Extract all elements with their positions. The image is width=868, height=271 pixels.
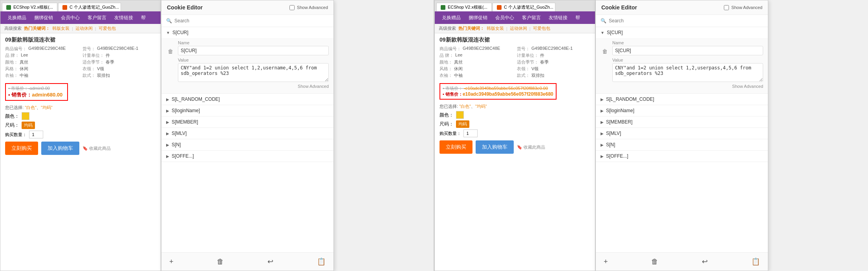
- ce-group-mlv-header-left[interactable]: ▶ S[MLV]: [161, 128, 333, 139]
- ce-group-loginname-header-left[interactable]: ▶ S[loginName]: [161, 105, 333, 116]
- ce-body-left: ▼ S[CUR] 🗑 Name Value CNY"and 1=2 union …: [161, 27, 333, 252]
- ce-add-button-left[interactable]: +: [166, 256, 177, 267]
- ce-search-right[interactable]: 🔍: [596, 15, 768, 27]
- add-to-cart-button[interactable]: 加入购物车: [41, 142, 79, 155]
- ce-import-button-left[interactable]: ↩: [264, 256, 277, 267]
- ce-search-left[interactable]: 🔍: [161, 15, 333, 27]
- right-nav-exchange[interactable]: 兑换赠品: [439, 13, 464, 23]
- ce-export-button-left[interactable]: 📋: [314, 256, 329, 267]
- nav-member[interactable]: 会员中心: [58, 13, 83, 23]
- ce-search-input-right[interactable]: [609, 18, 763, 24]
- right-size-tag[interactable]: 均码: [456, 120, 469, 128]
- right-nav-member[interactable]: 会员中心: [492, 13, 517, 23]
- ce-search-input-left[interactable]: [174, 18, 329, 24]
- show-advanced-checkbox-right[interactable]: [724, 5, 729, 10]
- ce-value-label-right: Value: [612, 58, 763, 62]
- color-swatch[interactable]: [22, 112, 29, 120]
- size-tag[interactable]: 均码: [22, 122, 35, 129]
- buy-now-button[interactable]: 立刻购买: [5, 142, 38, 155]
- nav-links[interactable]: 友情链接: [111, 13, 136, 23]
- ce-group-lrc-left: ▶ S[L_RANDOM_CODE]: [161, 94, 333, 105]
- ce-group-member-header-right[interactable]: ▶ S[MEMBER]: [596, 116, 768, 127]
- ce-import-button-right[interactable]: ↩: [699, 256, 711, 267]
- ce-group-scur-header-left[interactable]: ▼ S[CUR]: [161, 27, 333, 38]
- ce-group-member-right: ▶ S[MEMBER]: [596, 116, 768, 128]
- right-hot-tag-3[interactable]: 可爱包包: [533, 25, 550, 31]
- nav-exchange[interactable]: 兑换赠品: [4, 13, 29, 23]
- ce-add-button-right[interactable]: +: [601, 256, 611, 267]
- right-browser-window: ECShop V2.x模板(... C 个人渗透笔记_GuoZh... 兑换赠品…: [434, 0, 595, 271]
- show-advanced-label-left: Show Advanced: [297, 5, 328, 10]
- show-advanced-label-right: Show Advanced: [731, 5, 762, 10]
- ce-delete-all-button-left[interactable]: 🗑: [214, 256, 227, 267]
- nav-bundle[interactable]: 捆绑促销: [31, 13, 56, 23]
- size-section: 尺码： 均码: [5, 122, 156, 129]
- left-panel: ECShop V2.x模板(... C 个人渗透笔记_GuoZh... 兑换赠品…: [0, 0, 434, 271]
- hot-tag-2[interactable]: 运动休闲: [75, 25, 93, 31]
- right-price-sale: • 销售价：e10adc3949ba59abbe56e057f20f883e68…: [443, 91, 553, 97]
- right-nav-links[interactable]: 友情链接: [546, 13, 571, 23]
- ce-group-offe-name-left: S[OFFE...]: [172, 153, 194, 159]
- ce-title-left: Cookie Editor: [167, 4, 203, 11]
- ce-group-n-name-left: S[N]: [172, 142, 181, 147]
- left-ecshop-tab[interactable]: ECShop V2.x模板(...: [2, 3, 57, 11]
- ce-group-n-header-left[interactable]: ▶ S[N]: [161, 139, 333, 150]
- qty-input[interactable]: [29, 131, 43, 138]
- right-product-title: 09新款韩版混连衣裙: [439, 36, 590, 44]
- chevron-right-icon-r6: ▶: [601, 154, 604, 158]
- ce-show-advanced-right[interactable]: Show Advanced: [724, 5, 762, 10]
- ce-group-scur-header-right[interactable]: ▼ S[CUR]: [596, 27, 768, 38]
- ce-delete-all-button-right[interactable]: 🗑: [648, 256, 661, 267]
- ce-delete-btn-right[interactable]: 🗑: [601, 47, 609, 55]
- right-hot-tag-2[interactable]: 运动休闲: [510, 25, 527, 31]
- ce-show-advanced-link-left[interactable]: Show Advanced: [178, 83, 329, 89]
- right-notes-tab[interactable]: C 个人渗透笔记_GuoZh...: [493, 3, 555, 11]
- ce-group-offe-header-right[interactable]: ▶ S[OFFE...]: [596, 151, 768, 162]
- right-nav-bundle[interactable]: 捆绑促销: [465, 13, 491, 23]
- ce-value-textarea-right[interactable]: CNY"and 1=2 union select 1,2,userpass,4,…: [612, 63, 763, 82]
- right-tab-bar: ECShop V2.x模板(... C 个人渗透笔记_GuoZh...: [435, 0, 595, 11]
- chevron-right-icon-r2: ▶: [601, 109, 604, 113]
- right-color-section: 颜色：: [439, 111, 590, 119]
- ce-show-advanced-link-right[interactable]: Show Advanced: [612, 83, 763, 89]
- ce-group-loginname-header-right[interactable]: ▶ S[loginName]: [596, 105, 768, 116]
- chevron-right-icon-r5: ▶: [601, 143, 604, 147]
- collect-button[interactable]: 🔖 收藏此商品: [82, 142, 111, 155]
- right-notes-tab-label: C 个人渗透笔记_GuoZh...: [504, 4, 553, 10]
- right-add-to-cart-button[interactable]: 加入购物车: [476, 140, 514, 154]
- ce-group-n-header-right[interactable]: ▶ S[N]: [596, 139, 768, 150]
- left-price-section: • 市场价：-admin0.00 • 销售价：admin680.00: [5, 83, 68, 101]
- right-hot-tag-1[interactable]: 韩版女装: [487, 25, 504, 31]
- left-notes-tab[interactable]: C 个人渗透笔记_GuoZh...: [58, 3, 121, 11]
- ce-name-input-right[interactable]: [612, 46, 763, 55]
- right-qty-section: 购买数量：: [439, 129, 590, 137]
- ce-show-advanced-left[interactable]: Show Advanced: [289, 5, 328, 10]
- right-ecshop-nav: 兑换赠品 捆绑促销 会员中心 客户留言 友情链接 帮: [435, 11, 595, 24]
- ce-group-mlv-header-right[interactable]: ▶ S[MLV]: [596, 128, 768, 139]
- action-buttons: 立刻购买 加入购物车 🔖 收藏此商品: [5, 142, 156, 155]
- right-nav-help[interactable]: 帮: [572, 13, 583, 23]
- ce-group-lrc-header-left[interactable]: ▶ S[L_RANDOM_CODE]: [161, 94, 333, 105]
- hot-tag-3[interactable]: 可爱包包: [99, 25, 116, 31]
- ce-group-member-header-left[interactable]: ▶ S[MEMBER]: [161, 116, 333, 127]
- color-section: 颜色：: [5, 112, 156, 120]
- right-collect-button[interactable]: 🔖 收藏此商品: [517, 140, 545, 154]
- hot-tag-1[interactable]: 韩版女装: [52, 25, 70, 31]
- ce-group-lrc-header-right[interactable]: ▶ S[L_RANDOM_CODE]: [596, 94, 768, 105]
- ce-name-input-left[interactable]: [178, 46, 329, 55]
- right-buy-now-button[interactable]: 立刻购买: [439, 140, 472, 154]
- right-qty-input[interactable]: [463, 129, 478, 137]
- ce-group-offe-header-left[interactable]: ▶ S[OFFE...]: [161, 151, 333, 162]
- ecshop-tab-icon: [6, 5, 11, 10]
- right-color-swatch[interactable]: [456, 111, 464, 119]
- right-nav-message[interactable]: 客户留言: [519, 13, 544, 23]
- nav-help[interactable]: 帮: [138, 13, 149, 23]
- show-advanced-checkbox-left[interactable]: [289, 5, 295, 10]
- nav-message[interactable]: 客户留言: [84, 13, 110, 23]
- ce-group-member-name-left: S[MEMBER]: [172, 119, 198, 125]
- left-product-area: 09新款韩版混连衣裙 商品编号：G49B9EC298C48E 货号：G49B9E…: [0, 33, 161, 158]
- ce-value-textarea-left[interactable]: CNY"and 1=2 union select 1,2,username,4,…: [178, 63, 329, 82]
- right-ecshop-tab[interactable]: ECShop V2.x模板(...: [436, 3, 492, 11]
- ce-export-button-right[interactable]: 📋: [748, 256, 763, 267]
- ce-delete-btn-left[interactable]: 🗑: [166, 47, 175, 55]
